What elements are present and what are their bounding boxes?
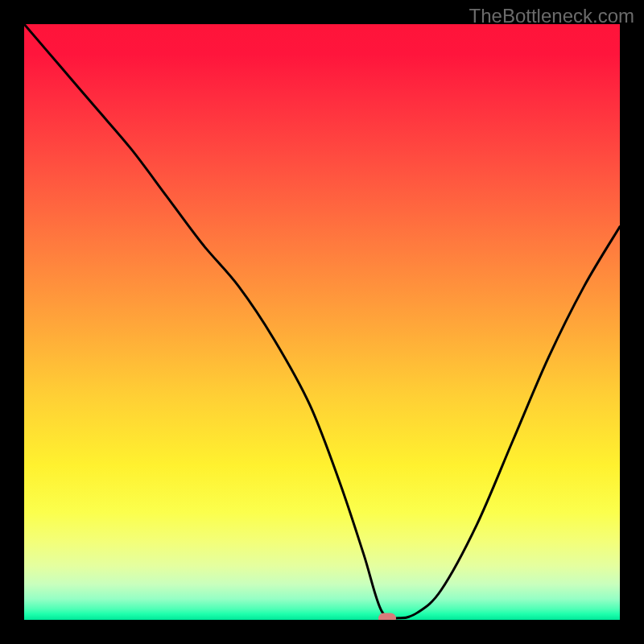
optimum-marker [378,613,396,620]
watermark-text: TheBottleneck.com [469,5,634,27]
curve-svg [24,24,620,620]
bottleneck-curve [24,24,620,618]
chart-container: TheBottleneck.com [0,0,644,644]
plot-area [24,24,620,620]
